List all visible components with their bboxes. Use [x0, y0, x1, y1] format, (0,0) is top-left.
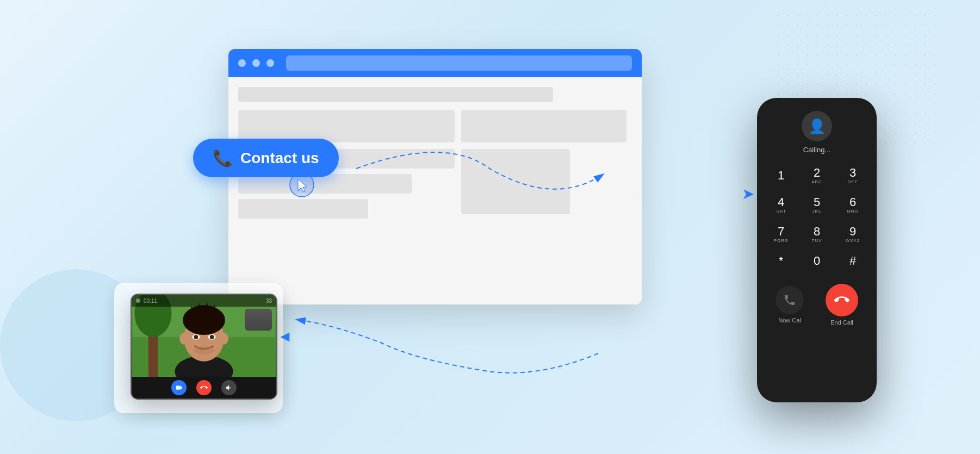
end-call-section: End Call: [826, 284, 858, 326]
svg-point-21: [220, 333, 228, 344]
browser-dot-1: [238, 59, 246, 67]
content-row-1: [238, 110, 632, 142]
phone-key-star[interactable]: *: [765, 251, 797, 272]
phone-key-8[interactable]: 8 TUV: [801, 221, 833, 247]
new-call-icon[interactable]: [776, 286, 804, 314]
arrow-to-phone-icon: ➤: [742, 185, 754, 203]
phone-key-hash[interactable]: #: [836, 251, 869, 272]
end-call-label: End Call: [830, 319, 853, 326]
content-block-left: [238, 110, 455, 142]
video-header-time: 00:11: [144, 298, 157, 304]
avatar-icon: 👤: [808, 118, 826, 135]
svg-point-11: [183, 305, 225, 335]
content-block-right: [461, 110, 627, 142]
end-call-button[interactable]: [826, 284, 858, 316]
phone-key-4[interactable]: 4 GHI: [765, 192, 797, 218]
video-controls: [132, 377, 276, 399]
arrow-to-video-icon: ◄: [277, 328, 293, 345]
video-header-id: 33: [266, 298, 272, 304]
new-call-label: Now Cal: [778, 317, 801, 324]
browser-dot-3: [266, 59, 274, 67]
cursor-indicator: [288, 171, 315, 198]
video-person-svg: [132, 295, 276, 377]
phone-avatar: 👤: [802, 111, 832, 141]
contact-us-button[interactable]: 📞 Contact us: [193, 139, 339, 177]
self-view-inner: [245, 309, 272, 331]
phone-key-2[interactable]: 2 ABC: [801, 163, 833, 189]
browser-dot-2: [252, 59, 260, 67]
phone-key-6[interactable]: 6 MNO: [836, 192, 869, 218]
contact-button-label: Contact us: [240, 150, 319, 167]
mute-button[interactable]: [221, 380, 237, 395]
video-call-widget: 00:11 33: [131, 294, 277, 400]
phone-icon: 📞: [213, 148, 233, 167]
content-sidebar-block: [461, 149, 570, 214]
browser-address-bar[interactable]: [286, 55, 632, 71]
content-subblock-3: [238, 199, 368, 219]
phone-key-5[interactable]: 5 JKL: [801, 192, 833, 218]
phone-key-3[interactable]: 3 DEF: [836, 163, 869, 189]
svg-point-17: [194, 335, 198, 339]
phone-key-7[interactable]: 7 PQRS: [765, 221, 797, 247]
end-call-video-button[interactable]: [196, 380, 212, 395]
svg-point-20: [179, 333, 188, 344]
svg-point-22: [194, 346, 215, 355]
new-call-section: Now Cal: [776, 286, 804, 324]
video-background: [132, 295, 276, 377]
svg-point-19: [210, 335, 214, 339]
phone-calling-status: Calling...: [803, 146, 831, 154]
video-header: 00:11 33: [132, 295, 276, 307]
browser-toolbar: [228, 49, 642, 77]
phone-key-1[interactable]: 1: [765, 163, 797, 189]
phone-device: 👤 Calling... 1 2 ABC 3 DEF 4 GHI 5 JKL 6…: [757, 98, 877, 402]
phone-bottom-row: Now Cal End Call: [765, 284, 869, 326]
self-view-video: [245, 309, 272, 331]
content-header-placeholder: [238, 87, 553, 102]
phone-keypad: 1 2 ABC 3 DEF 4 GHI 5 JKL 6 MNO 7 PQRS 8: [765, 163, 869, 272]
video-button[interactable]: [171, 380, 187, 395]
phone-key-9[interactable]: 9 WXYZ: [836, 221, 869, 247]
phone-key-0[interactable]: 0: [801, 251, 833, 272]
